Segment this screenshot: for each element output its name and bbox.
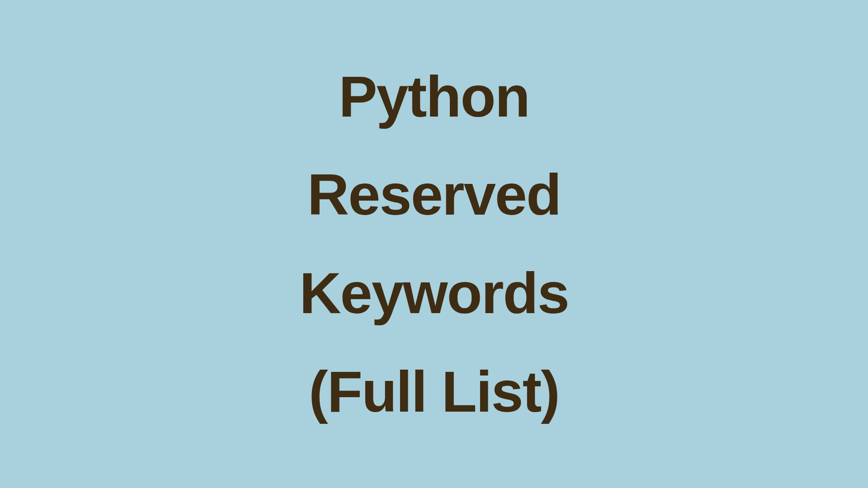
- title-line-2: Reserved: [299, 145, 569, 244]
- title-line-1: Python: [299, 47, 569, 146]
- title-line-3: Keywords: [299, 244, 569, 343]
- title-line-4: (Full List): [299, 343, 569, 441]
- title-container: Python Reserved Keywords (Full List): [299, 47, 569, 441]
